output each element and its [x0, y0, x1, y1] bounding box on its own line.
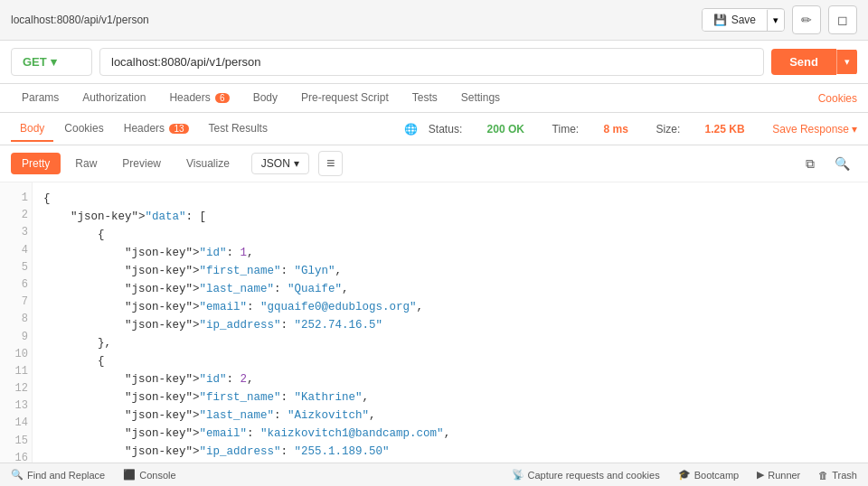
resp-tab-body[interactable]: Body [11, 117, 53, 142]
request-tabs: Params Authorization Headers 6 Body Pre-… [0, 84, 868, 113]
copy-button[interactable]: ⧉ [798, 153, 822, 175]
headers-badge: 6 [215, 93, 230, 103]
code-content[interactable]: { "json-key">"data": [ { "json-key">"id"… [33, 182, 868, 463]
save-button[interactable]: 💾 Save [703, 9, 767, 31]
format-toolbar: Pretty Raw Preview Visualize JSON ▾ ≡ ⧉ … [0, 145, 868, 182]
resp-tab-cookies[interactable]: Cookies [55, 117, 112, 142]
time-label: Time: [552, 123, 580, 136]
resp-headers-badge: 13 [169, 124, 188, 134]
url-bar: GET ▾ Send ▾ [0, 41, 868, 84]
status-label: Status: [429, 123, 462, 136]
tab-authorization[interactable]: Authorization [71, 84, 156, 113]
tab-body[interactable]: Body [242, 84, 288, 113]
save-response-button[interactable]: Save Response ▾ [772, 123, 857, 136]
time-value: 8 ms [604, 123, 628, 136]
bootcamp-button[interactable]: 🎓 Bootcamp [678, 469, 740, 481]
tab-headers[interactable]: Headers 6 [158, 84, 240, 113]
tab-pre-request-script[interactable]: Pre-request Script [290, 84, 400, 113]
edit-button[interactable]: ✏ [792, 5, 821, 34]
response-tabs-row: Body Cookies Headers 13 Test Results 🌐 S… [0, 113, 868, 145]
save-button-group[interactable]: 💾 Save ▾ [702, 8, 785, 32]
size-value: 1.25 KB [705, 123, 745, 136]
save-disk-icon: 💾 [713, 14, 727, 26]
find-replace-icon: 🔍 [11, 469, 24, 481]
bottom-right-items: 📡 Capture requests and cookies 🎓 Bootcam… [512, 469, 857, 481]
comment-icon: ◻ [837, 13, 848, 27]
method-label: GET [23, 55, 47, 69]
method-select[interactable]: GET ▾ [11, 48, 92, 76]
resp-tab-test-results[interactable]: Test Results [200, 117, 277, 142]
fmt-tab-pretty[interactable]: Pretty [11, 153, 61, 174]
response-status-area: 🌐 Status: 200 OK Time: 8 ms Size: 1.25 K… [404, 123, 857, 136]
save-resp-chevron-icon: ▾ [852, 123, 857, 136]
save-dropdown-button[interactable]: ▾ [767, 10, 784, 31]
trash-button[interactable]: 🗑 Trash [818, 469, 857, 481]
send-button[interactable]: Send [771, 49, 836, 75]
globe-icon: 🌐 [404, 123, 418, 136]
line-numbers: 123456789101112131415161718 [0, 182, 33, 463]
comment-button[interactable]: ◻ [828, 5, 857, 34]
runner-icon: ▶ [757, 469, 764, 481]
format-select-chevron-icon: ▾ [294, 157, 299, 170]
method-chevron-icon: ▾ [51, 55, 57, 69]
code-area: 123456789101112131415161718 { "json-key"… [0, 182, 868, 463]
save-label: Save [731, 14, 756, 26]
format-right-icons: ⧉ 🔍 [798, 153, 857, 175]
search-button[interactable]: 🔍 [827, 153, 857, 175]
top-bar: localhost:8080/api/v1/person 💾 Save ▾ ✏ … [0, 0, 868, 41]
console-icon: ⬛ [123, 469, 136, 481]
wrap-icon[interactable]: ≡ [318, 151, 343, 176]
resp-tab-headers[interactable]: Headers 13 [115, 117, 198, 142]
tab-settings[interactable]: Settings [450, 84, 511, 113]
tab-tests[interactable]: Tests [401, 84, 448, 113]
console-button[interactable]: ⬛ Console [123, 469, 175, 481]
cookies-link[interactable]: Cookies [818, 85, 857, 112]
capture-icon: 📡 [512, 469, 524, 481]
top-bar-url: localhost:8080/api/v1/person [11, 14, 694, 26]
fmt-tab-preview[interactable]: Preview [111, 153, 172, 174]
send-dropdown-button[interactable]: ▾ [836, 50, 857, 74]
trash-icon: 🗑 [818, 470, 828, 481]
bootcamp-icon: 🎓 [678, 469, 691, 481]
fmt-tab-visualize[interactable]: Visualize [175, 153, 241, 174]
find-replace-button[interactable]: 🔍 Find and Replace [11, 469, 105, 481]
format-select[interactable]: JSON ▾ [251, 153, 309, 174]
size-label: Size: [656, 123, 681, 136]
bottom-bar: 🔍 Find and Replace ⬛ Console 📡 Capture r… [0, 463, 868, 486]
tab-params[interactable]: Params [11, 84, 70, 113]
capture-button[interactable]: 📡 Capture requests and cookies [512, 469, 660, 481]
status-value: 200 OK [487, 123, 524, 136]
url-input[interactable] [99, 48, 764, 76]
runner-button[interactable]: ▶ Runner [757, 469, 800, 481]
fmt-tab-raw[interactable]: Raw [64, 153, 108, 174]
send-button-group: Send ▾ [771, 49, 857, 75]
